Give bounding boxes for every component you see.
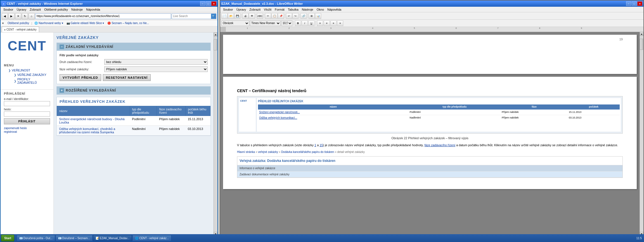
ie-fav-oblibene[interactable]: Oblíbené položky bbox=[6, 21, 30, 25]
cent-create-btn[interactable]: VYTVOŘIT PŘEHLED bbox=[60, 74, 101, 81]
taskbar-item-lo[interactable]: 📝 EZAK_Manual_Dodav... bbox=[93, 235, 132, 241]
sidebar-item-zakazky[interactable]: ❯ VEŘEJNÉ ZAKÁZKY bbox=[10, 73, 50, 77]
ie-titlebar: e CENT - veřejné zakázky - Windows Inter… bbox=[1, 1, 217, 7]
cent-basic-search-toggle[interactable]: − bbox=[60, 45, 64, 49]
lo-doc-ref1[interactable]: 1 bbox=[314, 143, 316, 147]
lo-menu-tabulka[interactable]: Tabulka bbox=[286, 8, 300, 11]
lo-menu-zobrazit[interactable]: Zobrazit bbox=[248, 8, 262, 11]
ie-menu-upravy[interactable]: Úpravy bbox=[15, 8, 28, 11]
ie-menu-soubor[interactable]: Soubor bbox=[2, 8, 15, 11]
cent-reset-btn[interactable]: RESETOVAT NASTAVENÍ bbox=[103, 74, 151, 81]
lo-underline-btn[interactable]: U bbox=[308, 20, 314, 26]
lo-preview-btn[interactable]: 👁 bbox=[249, 13, 255, 19]
ie-back-btn[interactable]: ◀ bbox=[2, 13, 8, 19]
lo-align-center-btn[interactable]: ≡ bbox=[324, 20, 330, 26]
lo-menu-vlozit[interactable]: Vložit bbox=[262, 8, 273, 11]
lo-menu-napoveda[interactable]: Nápověda bbox=[326, 8, 343, 11]
ie-home-btn[interactable]: ⌂ bbox=[29, 13, 35, 19]
lo-print-btn[interactable]: 🖨 bbox=[242, 13, 248, 19]
ie-minimize-btn[interactable]: − bbox=[200, 1, 205, 6]
sidebar-item-verejnost[interactable]: ❯ VEŘEJNOST bbox=[4, 68, 50, 73]
ie-fav-seznam[interactable]: 🔴 Seznam – Najdu tam, co hle... bbox=[106, 21, 150, 25]
lo-doc-ss-link2[interactable]: Údžba veřejných komunikací... bbox=[259, 116, 297, 119]
lo-breadcrumb-zakazky[interactable]: veřejné zakázky bbox=[258, 150, 278, 153]
lo-align-right-btn[interactable]: ≡ bbox=[330, 20, 337, 26]
lo-doc-ref2[interactable]: 15 bbox=[319, 143, 323, 147]
lo-restore-btn[interactable]: □ bbox=[632, 1, 637, 6]
lo-close-btn[interactable]: ✕ bbox=[637, 1, 642, 6]
lo-copy-btn[interactable]: 📋 bbox=[271, 13, 278, 19]
cent-row2-link[interactable]: Údžba veřejných komunikací, chodníků a p… bbox=[59, 127, 115, 134]
lo-font-select[interactable]: Times New Roman bbox=[250, 20, 281, 26]
lo-font-size-select[interactable]: 10,5 bbox=[281, 20, 292, 26]
lo-save-btn[interactable]: 💾 bbox=[234, 13, 240, 19]
lo-bold-btn[interactable]: B bbox=[295, 20, 301, 26]
lo-open-btn[interactable]: 📂 bbox=[228, 13, 234, 19]
lo-doc-ss-link1[interactable]: Snížení energetické náročnosti... bbox=[259, 111, 300, 114]
lo-menu-format[interactable]: Formát bbox=[273, 8, 286, 11]
ie-restore-btn[interactable]: □ bbox=[206, 1, 211, 6]
cent-register-link[interactable]: registrovat bbox=[4, 130, 50, 133]
ie-forward-btn[interactable]: ▶ bbox=[8, 13, 15, 19]
cent-email-input[interactable] bbox=[4, 101, 50, 106]
ie-address-input[interactable] bbox=[35, 13, 171, 19]
taskbar-item-ie[interactable]: 🌐 CENT - veřejné zakáz... bbox=[132, 235, 171, 241]
lo-menu-soubor[interactable]: Soubor bbox=[221, 8, 235, 11]
ie-menu-oblibene[interactable]: Oblíbené položky bbox=[42, 8, 70, 11]
cent-filter-phase-select[interactable]: Příjem nabídek bbox=[104, 66, 208, 72]
cent-row1-link[interactable]: Snížení energetické náročnosti budovy - … bbox=[59, 117, 125, 124]
ie-fav-navrhowane[interactable]: 🌐 Navrhované weby ▾ bbox=[33, 21, 64, 25]
ie-stop-btn[interactable]: ✕ bbox=[15, 13, 21, 19]
cent-login-btn[interactable]: PŘIHLÁSIT bbox=[4, 118, 50, 124]
lo-cut-btn[interactable]: ✂ bbox=[265, 13, 271, 19]
cent-advanced-search-header[interactable]: + ROZŠÍŘENÉ VYHLEDÁVÁNÍ bbox=[57, 87, 210, 94]
cent-basic-search-header[interactable]: − ZÁKLADNÍ VYHLEDÁVÁNÍ bbox=[57, 43, 210, 51]
lo-ruler-left bbox=[220, 27, 226, 32]
cent-row2-name: Údžba veřejných komunikací, chodníků a p… bbox=[57, 126, 130, 136]
ie-search-btn[interactable]: 🔍 bbox=[211, 14, 216, 19]
lo-new-btn[interactable]: 📄 bbox=[221, 13, 228, 19]
lo-redo-btn[interactable]: ↪ bbox=[292, 13, 299, 19]
lo-table-btn[interactable]: ⊞ bbox=[309, 13, 315, 19]
lo-menu-nastroje[interactable]: Nástroje bbox=[300, 8, 315, 11]
lo-undo-btn[interactable]: ↩ bbox=[286, 13, 292, 19]
lo-menu-upravy[interactable]: Úpravy bbox=[235, 8, 248, 11]
lo-spellcheck-btn[interactable]: ABC bbox=[257, 13, 263, 19]
lo-hyperlink-btn[interactable]: 🔗 bbox=[300, 13, 307, 19]
lo-breadcrumb-dodavka[interactable]: Dodávka kancelářského papíru do tiskáren bbox=[281, 150, 334, 153]
lo-scroll-thumb[interactable] bbox=[640, 39, 643, 50]
lo-chart-btn[interactable]: 📊 bbox=[315, 13, 321, 19]
ie-window: e CENT - veřejné zakázky - Windows Inter… bbox=[0, 0, 218, 242]
lo-breadcrumb-home[interactable]: Hlavní stránka bbox=[237, 150, 255, 153]
ie-close-btn[interactable]: ✕ bbox=[211, 1, 216, 6]
ie-scroll-track[interactable] bbox=[214, 36, 217, 232]
ie-search-bar: 🔍 bbox=[172, 13, 216, 19]
lo-align-left-btn[interactable]: ≡ bbox=[317, 20, 323, 26]
lo-menu-okno[interactable]: Okno bbox=[315, 8, 326, 11]
lo-align-justify-btn[interactable]: ≡ bbox=[337, 20, 343, 26]
ie-menu-napoveda[interactable]: Nápověda bbox=[84, 8, 102, 11]
lo-style-select[interactable]: Obrázek bbox=[221, 20, 249, 26]
ie-refresh-btn[interactable]: ↻ bbox=[22, 13, 28, 19]
ie-menu-zobrazit[interactable]: Zobrazit bbox=[28, 8, 42, 11]
ie-search-input[interactable] bbox=[172, 14, 211, 19]
start-button[interactable]: Start bbox=[1, 235, 14, 241]
cent-password-input[interactable] bbox=[4, 111, 50, 117]
lo-paste-btn[interactable]: 📌 bbox=[278, 13, 284, 19]
ie-tab-cent[interactable]: e CENT - veřejné zakázky bbox=[2, 27, 39, 32]
lo-scroll-up-btn[interactable]: ▲ bbox=[640, 32, 643, 36]
taskbar-item-outlook[interactable]: 📧 Doručená pošta - Out... bbox=[17, 235, 55, 241]
cent-filter-type-select[interactable]: bez ohledu bbox=[104, 59, 208, 65]
cent-advanced-search-toggle[interactable]: + bbox=[60, 88, 64, 93]
ie-scroll-up-btn[interactable]: ▲ bbox=[214, 32, 217, 36]
lo-minimize-btn[interactable]: − bbox=[626, 1, 631, 6]
taskbar-item-seznam[interactable]: 📧 Doručené – Seznam... bbox=[56, 235, 93, 241]
lo-scroll-track[interactable] bbox=[640, 36, 643, 232]
lo-doc-ref3[interactable]: fáze zadávacího řízení bbox=[424, 143, 455, 147]
cent-forgot-link[interactable]: zapomenuté heslo bbox=[4, 127, 50, 130]
sidebar-item-profily[interactable]: ❯ PROFILY ZADAVATELŮ bbox=[10, 77, 50, 85]
ie-fav-gallery[interactable]: 📷 Galerie oblastí Web Slice ▾ bbox=[65, 21, 105, 25]
ie-menu-nastroje[interactable]: Nástroje bbox=[70, 8, 84, 11]
lo-italic-btn[interactable]: I bbox=[302, 20, 308, 26]
ie-scroll-thumb[interactable] bbox=[214, 39, 217, 50]
